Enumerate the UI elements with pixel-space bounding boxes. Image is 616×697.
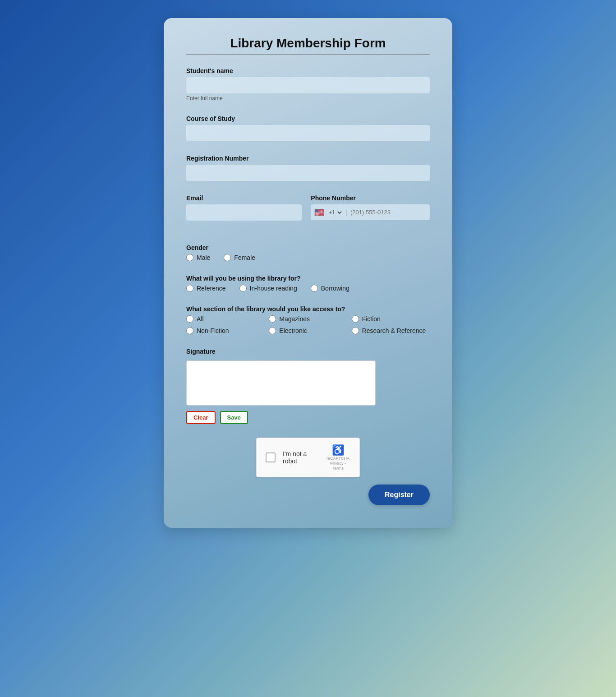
library-use-inhouse-radio[interactable]: [239, 285, 247, 292]
email-input[interactable]: [186, 204, 302, 221]
phone-group: Phone Number 🇺🇸 +1 |: [311, 194, 430, 221]
gender-female-option[interactable]: Female: [224, 254, 255, 261]
gender-male-radio[interactable]: [186, 254, 193, 261]
email-group: Email: [186, 194, 302, 221]
library-use-group: What will you be using the library for? …: [186, 275, 430, 292]
registration-number-group: Registration Number: [186, 155, 430, 181]
signature-save-button[interactable]: Save: [220, 411, 248, 424]
section-magazines-label: Magazines: [279, 315, 310, 323]
gender-male-label: Male: [197, 254, 210, 261]
register-wrap: Register: [186, 485, 430, 505]
registration-number-label: Registration Number: [186, 155, 430, 162]
library-use-options: Reference In-house reading Borrowing: [186, 285, 430, 292]
form-divider: [186, 54, 430, 55]
phone-input-wrap: 🇺🇸 +1 |: [311, 204, 430, 220]
captcha-box[interactable]: I'm not a robot ♿ reCAPTCHAPrivacy - Ter…: [256, 438, 360, 477]
gender-female-label: Female: [234, 254, 255, 261]
section-research-radio[interactable]: [352, 327, 359, 334]
section-fiction-radio[interactable]: [352, 315, 359, 323]
section-electronic-label: Electronic: [279, 327, 307, 334]
section-all-label: All: [197, 315, 204, 323]
section-electronic-option[interactable]: Electronic: [269, 327, 347, 334]
section-research-label: Research & Reference: [362, 327, 426, 334]
section-magazines-radio[interactable]: [269, 315, 276, 323]
recaptcha-icon: ♿: [326, 444, 350, 456]
section-fiction-option[interactable]: Fiction: [352, 315, 430, 323]
signature-canvas[interactable]: [186, 360, 376, 406]
library-section-label: What section of the library would you li…: [186, 305, 430, 313]
library-use-borrowing-option[interactable]: Borrowing: [311, 285, 349, 292]
library-use-borrowing-label: Borrowing: [321, 285, 349, 292]
gender-options: Male Female: [186, 254, 430, 261]
captcha-label: I'm not a robot: [283, 450, 318, 465]
library-use-label: What will you be using the library for?: [186, 275, 430, 282]
signature-clear-button[interactable]: Clear: [186, 411, 216, 424]
captcha-logo: ♿ reCAPTCHAPrivacy - Terms: [326, 444, 350, 471]
recaptcha-brand: reCAPTCHAPrivacy - Terms: [326, 456, 350, 471]
course-study-group: Course of Study: [186, 115, 430, 141]
phone-flag-icon: 🇺🇸: [314, 208, 324, 217]
phone-country-select[interactable]: +1: [326, 209, 343, 216]
library-use-borrowing-radio[interactable]: [311, 285, 318, 292]
library-use-reference-radio[interactable]: [186, 285, 193, 292]
register-button[interactable]: Register: [368, 485, 430, 505]
section-magazines-option[interactable]: Magazines: [269, 315, 347, 323]
section-all-option[interactable]: All: [186, 315, 264, 323]
signature-buttons: Clear Save: [186, 411, 430, 424]
library-use-inhouse-option[interactable]: In-house reading: [239, 285, 297, 292]
student-name-input[interactable]: [186, 77, 430, 93]
gender-group: Gender Male Female: [186, 244, 430, 261]
captcha-checkbox[interactable]: [266, 452, 276, 462]
section-research-option[interactable]: Research & Reference: [352, 327, 430, 334]
gender-label: Gender: [186, 244, 430, 251]
phone-label: Phone Number: [311, 194, 430, 202]
email-label: Email: [186, 194, 302, 202]
signature-label: Signature: [186, 348, 430, 355]
email-phone-row: Email Phone Number 🇺🇸 +1 |: [186, 194, 430, 231]
signature-group: Signature Clear Save: [186, 348, 430, 424]
student-name-hint: Enter full name: [186, 95, 430, 102]
section-all-radio[interactable]: [186, 315, 193, 323]
form-title: Library Membership Form: [186, 36, 430, 51]
section-nonfiction-label: Non-Fiction: [197, 327, 229, 334]
section-nonfiction-option[interactable]: Non-Fiction: [186, 327, 264, 334]
library-section-options: All Magazines Fiction Non-Fiction Electr…: [186, 315, 430, 334]
form-card: Library Membership Form Student's name E…: [164, 18, 452, 528]
library-section-group: What section of the library would you li…: [186, 305, 430, 334]
gender-female-radio[interactable]: [224, 254, 231, 261]
recaptcha-sub: Privacy - Terms: [330, 461, 346, 471]
library-use-reference-label: Reference: [197, 285, 226, 292]
registration-number-input[interactable]: [186, 165, 430, 181]
library-use-reference-option[interactable]: Reference: [186, 285, 226, 292]
course-study-input[interactable]: [186, 125, 430, 141]
gender-male-option[interactable]: Male: [186, 254, 210, 261]
student-name-group: Student's name Enter full name: [186, 67, 430, 102]
captcha-wrap: I'm not a robot ♿ reCAPTCHAPrivacy - Ter…: [186, 438, 430, 477]
phone-separator: |: [346, 209, 348, 216]
library-use-inhouse-label: In-house reading: [250, 285, 297, 292]
section-fiction-label: Fiction: [362, 315, 381, 323]
student-name-label: Student's name: [186, 67, 430, 74]
section-electronic-radio[interactable]: [269, 327, 276, 334]
phone-input[interactable]: [350, 204, 426, 220]
section-nonfiction-radio[interactable]: [186, 327, 193, 334]
course-study-label: Course of Study: [186, 115, 430, 122]
